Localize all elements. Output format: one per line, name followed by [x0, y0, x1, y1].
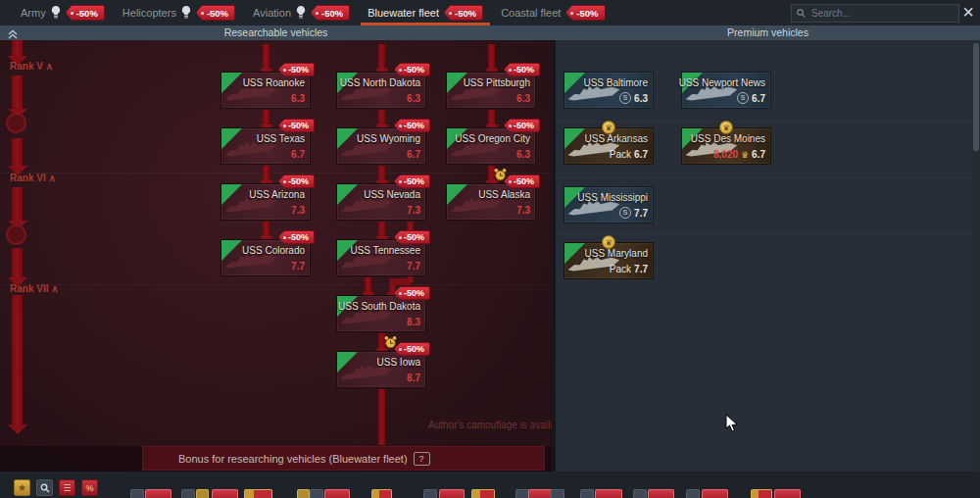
discount-tag: -50% — [278, 230, 315, 244]
dock-slot[interactable] — [439, 489, 465, 498]
bonus-text: Bonus for researching vehicles (Bluewate… — [178, 453, 408, 465]
dock-slot[interactable] — [702, 489, 728, 498]
vehicle-card-uss-alaska[interactable]: -50% USS Alaska 7.3 — [446, 183, 536, 221]
nation-tab-coastal-fleet[interactable]: Coastal fleet -50% — [492, 0, 613, 25]
tab-label: Coastal fleet — [501, 7, 561, 19]
pack-label: Pack — [610, 149, 631, 160]
dock-slot[interactable] — [371, 489, 392, 498]
vehicle-name: USS South Dakota — [338, 301, 420, 312]
vehicle-card-uss-baltimore[interactable]: USS Baltimore S 6.3 — [564, 72, 654, 109]
vehicle-card-uss-des-moines[interactable]: ♛ USS Des Moines 8,020 ♛ 6.7 — [681, 127, 771, 165]
dock-slot[interactable] — [648, 489, 674, 498]
rank-label[interactable]: Rank VI ∧ — [10, 173, 56, 183]
vehicle-card-uss-nevada[interactable]: -50% USS Nevada 7.3 — [336, 183, 426, 221]
battle-rating: 6.3 — [516, 149, 530, 160]
scrollbar-track[interactable] — [972, 40, 980, 472]
vehicle-info-line: 7.3 — [291, 205, 305, 216]
battle-rating: 6.7 — [752, 93, 765, 104]
tab-label: Bluewater fleet — [368, 7, 439, 19]
favorites-star-button[interactable]: ★ — [14, 479, 30, 496]
dock-slot[interactable] — [324, 489, 350, 498]
dock-slot[interactable] — [181, 489, 195, 498]
vehicle-info-line: 6.3 — [516, 149, 530, 160]
preview-magnifier-button[interactable] — [36, 479, 53, 496]
dock-slot[interactable] — [551, 489, 564, 498]
dock-slot[interactable] — [297, 489, 310, 498]
discount-tag: -50% — [394, 230, 430, 244]
vehicle-card-uss-north-dakota[interactable]: -50% USS North Dakota 6.3 — [336, 72, 426, 109]
tab-label: Aviation — [253, 7, 291, 19]
rank-node-icon — [6, 113, 26, 133]
vehicle-name: USS Pittsburgh — [464, 77, 530, 88]
vehicle-card-uss-colorado[interactable]: -50% USS Colorado 7.7 — [220, 239, 311, 276]
idea-bulb-icon — [181, 6, 191, 20]
dock-slot[interactable] — [774, 489, 801, 498]
dock-slot[interactable] — [423, 489, 437, 498]
dock-slot[interactable] — [686, 489, 700, 498]
scrollbar-thumb[interactable] — [973, 43, 979, 151]
battle-rating: 6.7 — [634, 149, 648, 160]
tasks-list-button[interactable]: ☰ — [59, 479, 75, 496]
nation-tab-aviation[interactable]: Aviation -50% — [244, 0, 359, 25]
search-box[interactable] — [791, 4, 959, 23]
close-icon[interactable]: × — [956, 0, 980, 25]
row-separator — [556, 233, 972, 234]
tree-connector-arrow — [378, 110, 385, 124]
dock-slot[interactable] — [515, 489, 529, 498]
rank-separator — [0, 173, 552, 174]
battle-rating: 7.7 — [291, 261, 305, 272]
vehicle-name: USS Arkansas — [585, 133, 648, 144]
rank-label[interactable]: Rank V ∧ — [10, 61, 53, 72]
vehicle-card-uss-south-dakota[interactable]: -50% USS South Dakota 8.3 — [336, 295, 426, 332]
idea-bulb-icon — [51, 6, 61, 20]
dock-slot[interactable] — [595, 489, 622, 498]
research-tree-panel: -50% USS Roanoke 6.3 -50% USS North Dako… — [0, 40, 552, 472]
vehicle-info-line: S 6.3 — [619, 92, 648, 104]
help-icon[interactable]: ? — [414, 452, 430, 466]
vehicle-card-uss-arizona[interactable]: -50% USS Arizona 7.3 — [220, 183, 311, 221]
vehicle-card-uss-mississippi[interactable]: USS Mississippi S 7.7 — [564, 186, 654, 224]
discount-tag: -50% — [504, 174, 540, 188]
vehicle-card-uss-oregon-city[interactable]: -50% USS Oregon City 6.3 — [446, 127, 536, 165]
discount-tag: -50% — [278, 119, 315, 132]
golden-eagles-icon: ♛ — [741, 150, 749, 160]
bottom-toolbar: ★ ☰ % Realistic Battles ∨ — [0, 472, 980, 498]
discount-tag: -50% — [311, 5, 350, 21]
vehicle-card-uss-newport-news[interactable]: USS Newport News S 6.7 — [681, 72, 771, 109]
vehicle-card-uss-pittsburgh[interactable]: -50% USS Pittsburgh 6.3 — [446, 72, 536, 109]
vehicle-name: USS Des Moines — [691, 133, 765, 144]
vehicle-card-uss-arkansas[interactable]: ♛ USS Arkansas Pack 6.7 — [564, 127, 654, 165]
dock-slot[interactable] — [310, 489, 323, 498]
rank-rail-arrow — [12, 187, 23, 221]
nation-tab-bluewater-fleet[interactable]: Bluewater fleet -50% — [359, 0, 492, 25]
search-input[interactable] — [809, 7, 954, 20]
vehicle-info-line: 6.3 — [516, 93, 530, 104]
discounts-button[interactable]: % — [81, 479, 98, 496]
dock-slot[interactable] — [580, 489, 594, 498]
vehicle-card-uss-maryland[interactable]: ♛ USS Maryland Pack 7.7 — [564, 242, 654, 279]
nation-tab-army[interactable]: Army -50% — [12, 0, 114, 25]
nation-tab-helicopters[interactable]: Helicopters -50% — [114, 0, 244, 25]
dock-slot[interactable] — [145, 489, 172, 498]
dock-slot[interactable] — [196, 489, 209, 498]
discount-tag: -50% — [565, 5, 605, 21]
dock-slot[interactable] — [471, 489, 495, 498]
tree-connector-arrow — [488, 110, 495, 124]
vehicle-name: USS Newport News — [679, 77, 765, 88]
rank-rail-arrow — [12, 40, 23, 56]
dock-slot[interactable] — [212, 489, 238, 498]
dock-slot[interactable] — [130, 489, 144, 498]
silver-lions-icon: S — [619, 207, 631, 219]
dock-slot[interactable] — [751, 489, 772, 498]
dock-slot[interactable] — [633, 489, 647, 498]
vehicle-card-uss-wyoming[interactable]: -50% USS Wyoming 6.7 — [336, 127, 426, 165]
battle-rating: 6.3 — [291, 93, 305, 104]
dock-slot[interactable] — [244, 489, 272, 498]
vehicle-card-uss-tennessee[interactable]: -50% USS Tennessee 7.7 — [336, 239, 426, 276]
vehicle-name: USS Tennessee — [350, 245, 420, 256]
vehicle-card-uss-texas[interactable]: -50% USS Texas 6.7 — [220, 127, 311, 165]
vehicle-card-uss-iowa[interactable]: -50% USS Iowa 8.7 — [336, 351, 426, 388]
vehicle-card-uss-roanoke[interactable]: -50% USS Roanoke 6.3 — [220, 72, 311, 109]
tab-label: Helicopters — [122, 7, 176, 19]
rank-label[interactable]: Rank VII ∧ — [10, 283, 59, 294]
